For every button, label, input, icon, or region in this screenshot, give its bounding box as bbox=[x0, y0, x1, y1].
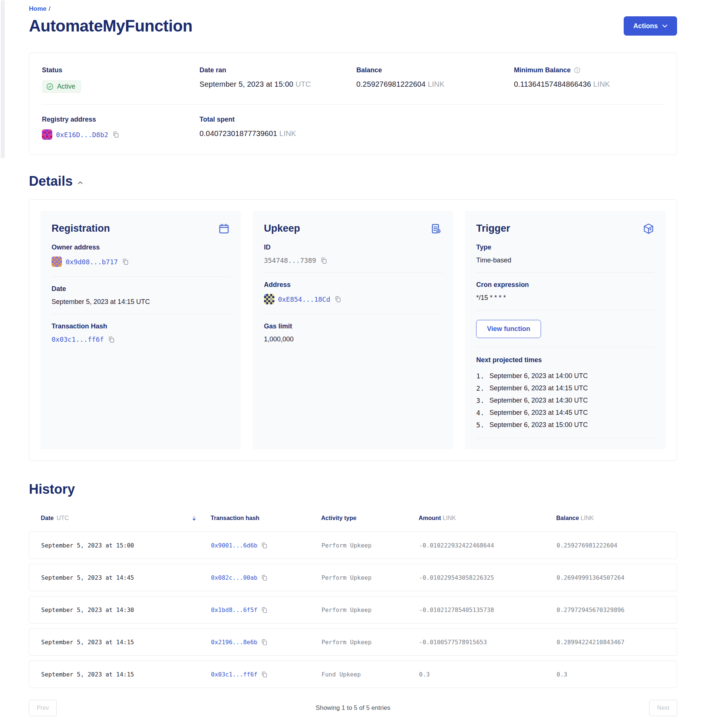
row-activity: Perform Upkeep bbox=[321, 607, 419, 614]
calendar-icon bbox=[218, 223, 230, 235]
row-amount: -0.010229543058226325 bbox=[419, 574, 557, 581]
row-hash-link[interactable]: 0x03c1...ff6f bbox=[211, 671, 258, 678]
table-row: September 5, 2023 at 14:45 0x082c...00ab… bbox=[29, 564, 677, 591]
total-spent-unit: LINK bbox=[279, 129, 296, 137]
status-badge-text: Active bbox=[57, 83, 75, 91]
upkeep-id-label: ID bbox=[264, 244, 442, 251]
next-projected-times-list: 1.September 6, 2023 at 14:00 UTC 2.Septe… bbox=[476, 370, 654, 431]
status-label: Status bbox=[42, 66, 200, 74]
projected-time-item: 1.September 6, 2023 at 14:00 UTC bbox=[476, 370, 654, 382]
row-activity: Fund Upkeep bbox=[321, 671, 419, 678]
overview-card: Status Active Date ran September 5, 2023… bbox=[29, 53, 677, 155]
actions-button[interactable]: Actions bbox=[624, 16, 677, 36]
page-root: Home/ AutomateMyFunction Actions Status … bbox=[0, 0, 706, 724]
row-hash-link[interactable]: 0x1bd8...6f5f bbox=[211, 607, 258, 614]
registry-address-label: Registry address bbox=[42, 116, 200, 123]
table-row: September 5, 2023 at 14:30 0x1bd8...6f5f… bbox=[29, 596, 677, 624]
row-hash-copy-button[interactable] bbox=[261, 671, 268, 678]
row-amount: -0.0100577578915653 bbox=[419, 638, 557, 646]
projected-time-text: September 6, 2023 at 15:00 UTC bbox=[489, 421, 588, 429]
registration-date-value: September 5, 2023 at 14:15 UTC bbox=[52, 298, 230, 306]
owner-copy-button[interactable] bbox=[122, 258, 129, 266]
projected-time-number: 5. bbox=[476, 421, 484, 429]
chevron-up-icon bbox=[78, 181, 83, 184]
owner-address-link[interactable]: 0x9d08...b717 bbox=[66, 258, 118, 266]
row-balance: 0.26949991364507264 bbox=[557, 574, 677, 581]
status-field: Status Active bbox=[42, 66, 200, 93]
balance-unit: LINK bbox=[428, 80, 444, 88]
row-hash-link[interactable]: 0x2196...8e6b bbox=[211, 638, 258, 646]
projected-time-number: 3. bbox=[476, 397, 484, 404]
table-row: September 5, 2023 at 15:00 0x9001...6d6b… bbox=[29, 532, 677, 559]
row-date: September 5, 2023 at 14:15 bbox=[41, 638, 211, 646]
row-amount: -0.010222932422468644 bbox=[419, 542, 557, 549]
row-amount: -0.010212785405135738 bbox=[419, 607, 557, 614]
row-balance: 0.28994224210843467 bbox=[557, 638, 677, 646]
upkeep-address-copy-button[interactable] bbox=[334, 295, 341, 303]
min-balance-value: 0.11364157484866436 bbox=[514, 80, 591, 88]
date-ran-value: September 5, 2023 at 15:00 bbox=[200, 80, 293, 88]
gas-limit-value: 1,000,000 bbox=[264, 335, 442, 343]
prev-button[interactable]: Prev bbox=[29, 700, 57, 716]
view-function-button[interactable]: View function bbox=[476, 320, 541, 338]
left-edge-scroll-strip bbox=[1, 0, 5, 159]
projected-time-text: September 6, 2023 at 14:45 UTC bbox=[489, 409, 588, 417]
row-hash-link[interactable]: 0x9001...6d6b bbox=[211, 542, 258, 549]
registration-title: Registration bbox=[52, 223, 110, 234]
col-balance-unit: LINK bbox=[581, 515, 594, 521]
row-hash-copy-button[interactable] bbox=[261, 542, 268, 549]
row-balance: 0.259276981222604 bbox=[557, 542, 677, 549]
projected-time-item: 3.September 6, 2023 at 14:30 UTC bbox=[476, 394, 654, 407]
upkeep-address-link[interactable]: 0xE854...18Cd bbox=[278, 295, 330, 303]
balance-value: 0.259276981222604 bbox=[356, 80, 426, 88]
document-gear-icon bbox=[430, 223, 442, 235]
details-collapse-toggle[interactable] bbox=[78, 181, 83, 184]
owner-address-label: Owner address bbox=[52, 244, 230, 251]
row-hash-copy-button[interactable] bbox=[261, 607, 268, 614]
balance-label: Balance bbox=[356, 66, 514, 74]
projected-time-text: September 6, 2023 at 14:15 UTC bbox=[489, 384, 588, 392]
next-button[interactable]: Next bbox=[649, 700, 677, 716]
date-ran-unit: UTC bbox=[295, 80, 311, 88]
trigger-card: Trigger Type Time-based Cron expression … bbox=[465, 211, 665, 449]
projected-time-number: 2. bbox=[476, 384, 484, 392]
cube-icon bbox=[642, 223, 654, 235]
transaction-hash-label: Transaction Hash bbox=[52, 322, 230, 330]
date-ran-label: Date ran bbox=[200, 66, 356, 74]
upkeep-id-copy-button[interactable] bbox=[320, 257, 327, 264]
trigger-type-value: Time-based bbox=[476, 257, 654, 264]
row-balance: 0.27972945670329896 bbox=[557, 607, 677, 614]
registration-card: Registration Owner address 0x9d08...b717 bbox=[41, 211, 241, 449]
info-icon[interactable] bbox=[574, 67, 581, 74]
col-activity-label: Activity type bbox=[321, 515, 356, 521]
upkeep-card: Upkeep ID 354748...7389 Address bbox=[253, 211, 453, 449]
sort-icon[interactable] bbox=[192, 516, 196, 521]
col-date-label: Date bbox=[41, 515, 54, 521]
row-hash-copy-button[interactable] bbox=[261, 574, 268, 581]
registry-address-field: Registry address 0xE16D...D8b2 bbox=[42, 116, 200, 141]
row-date: September 5, 2023 at 14:45 bbox=[41, 574, 211, 581]
row-date: September 5, 2023 at 14:30 bbox=[41, 607, 211, 614]
col-hash-label: Transaction hash bbox=[211, 515, 260, 521]
transaction-hash-copy-button[interactable] bbox=[107, 336, 115, 343]
row-balance: 0.3 bbox=[557, 671, 677, 678]
details-panel: Registration Owner address 0x9d08...b717 bbox=[29, 199, 677, 461]
upkeep-title: Upkeep bbox=[264, 223, 300, 234]
breadcrumb-home-link[interactable]: Home bbox=[29, 5, 46, 12]
upkeep-identicon bbox=[264, 294, 274, 304]
registry-identicon bbox=[42, 129, 52, 140]
projected-time-text: September 6, 2023 at 14:30 UTC bbox=[489, 397, 588, 404]
transaction-hash-link[interactable]: 0x03c1...ff6f bbox=[52, 335, 104, 343]
date-ran-field: Date ran September 5, 2023 at 15:00 UTC bbox=[200, 66, 356, 93]
table-row: September 5, 2023 at 14:15 0x03c1...ff6f… bbox=[29, 660, 677, 688]
row-hash-copy-button[interactable] bbox=[261, 638, 268, 646]
row-activity: Perform Upkeep bbox=[321, 574, 419, 581]
registry-copy-button[interactable] bbox=[112, 131, 119, 138]
registry-address-link[interactable]: 0xE16D...D8b2 bbox=[56, 131, 108, 139]
upkeep-address-label: Address bbox=[264, 281, 442, 289]
total-spent-field: Total spent 0.04072301877739601 LINK bbox=[200, 116, 356, 141]
pagination-summary: Showing 1 to 5 of 5 entries bbox=[57, 704, 649, 712]
projected-time-item: 2.September 6, 2023 at 14:15 UTC bbox=[476, 382, 654, 394]
row-hash-link[interactable]: 0x082c...00ab bbox=[211, 574, 258, 581]
history-table-header: Date UTC Transaction hash Activity type … bbox=[29, 515, 677, 521]
